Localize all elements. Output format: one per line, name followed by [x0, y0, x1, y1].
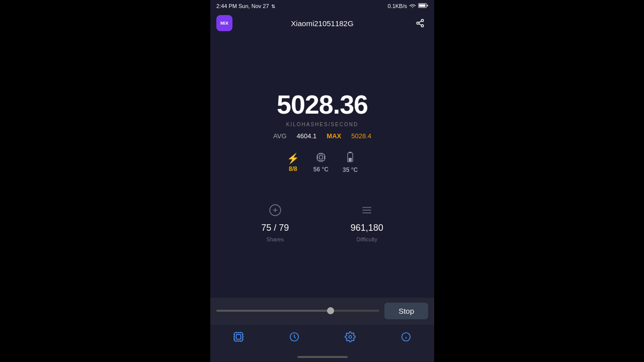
threads-stat: ⚡ 8/8 [287, 153, 299, 172]
avg-value: 4604.1 [297, 132, 317, 140]
shares-value: 75 / 79 [261, 223, 289, 233]
middle-stats: 75 / 79 Shares 961,180 Difficulty [220, 204, 424, 242]
svg-line-7 [419, 21, 421, 23]
difficulty-icon [360, 204, 373, 220]
shares-icon [269, 204, 282, 220]
time-display: 2:44 PM Sun, Nov 27 [216, 3, 269, 9]
bottom-controls: Stop [210, 298, 434, 324]
main-content: 5028.36 KILOHASHES/SECOND AVG 4604.1 MAX… [210, 34, 434, 298]
svg-rect-24 [349, 158, 352, 161]
shares-label: Shares [266, 236, 284, 242]
phone-frame: 2:44 PM Sun, Nov 27 ⇅ 0.1KB/s [210, 0, 434, 362]
stats-row: ⚡ 8/8 56 °C [287, 152, 358, 173]
battery-temp-icon [347, 152, 353, 164]
cpu-temp-stat: 56 °C [313, 152, 329, 173]
difficulty-value: 961,180 [351, 223, 383, 233]
nav-item-history[interactable] [281, 328, 308, 348]
max-label: MAX [327, 132, 341, 140]
max-value: 5028.4 [351, 132, 371, 140]
stop-button[interactable]: Stop [384, 303, 428, 319]
cpu-icon [316, 152, 326, 164]
avg-label: AVG [273, 132, 287, 140]
device-title: Xiaomi21051182G [291, 19, 353, 28]
avg-max-row: AVG 4604.1 MAX 5028.4 [273, 132, 371, 140]
app-icon-label: MiX [220, 21, 228, 26]
battery-temp-value: 35 °C [343, 166, 358, 173]
top-bar: MiX Xiaomi21051182G [210, 12, 434, 34]
status-bar: 2:44 PM Sun, Nov 27 ⇅ 0.1KB/s [210, 0, 434, 12]
network-speed: 0.1KB/s [387, 3, 407, 9]
svg-rect-32 [236, 334, 240, 339]
difficulty-stat: 961,180 Difficulty [351, 204, 383, 242]
slider-fill [216, 310, 331, 312]
wifi-icon [409, 3, 416, 9]
history-nav-icon [289, 331, 300, 345]
home-bar [297, 356, 348, 358]
nav-bar [210, 324, 434, 352]
svg-rect-8 [317, 154, 324, 160]
mining-slider-track[interactable] [216, 310, 379, 312]
svg-rect-31 [234, 333, 243, 341]
home-indicator [210, 352, 434, 362]
svg-point-46 [349, 335, 352, 338]
svg-point-4 [417, 22, 419, 25]
status-time: 2:44 PM Sun, Nov 27 ⇅ [216, 3, 275, 9]
threads-value: 8/8 [289, 165, 297, 172]
left-spacer [0, 0, 210, 362]
right-spacer [434, 0, 644, 362]
difficulty-label: Difficulty [357, 236, 377, 242]
status-indicators: 0.1KB/s [387, 3, 428, 9]
battery-icon [418, 3, 428, 9]
shares-stat: 75 / 79 Shares [261, 204, 289, 242]
svg-point-3 [421, 20, 424, 22]
battery-temp-stat: 35 °C [343, 152, 358, 173]
nav-item-settings[interactable] [337, 328, 364, 348]
mining-nav-icon [233, 331, 244, 345]
info-nav-icon [400, 331, 412, 345]
svg-rect-9 [319, 156, 323, 159]
lightning-icon: ⚡ [287, 153, 299, 163]
nav-item-info[interactable] [392, 328, 420, 348]
cpu-temp-value: 56 °C [313, 166, 329, 173]
sync-icon: ⇅ [271, 4, 275, 9]
settings-nav-icon [345, 331, 356, 345]
share-button[interactable] [412, 15, 428, 31]
app-icon-button[interactable]: MiX [216, 15, 232, 31]
svg-line-6 [419, 24, 421, 25]
nav-item-mining[interactable] [225, 328, 252, 348]
hashrate-display: 5028.36 KILOHASHES/SECOND AVG 4604.1 MAX… [273, 89, 371, 140]
hashrate-unit: KILOHASHES/SECOND [273, 122, 371, 127]
svg-point-5 [421, 25, 424, 27]
svg-rect-2 [419, 5, 426, 7]
svg-rect-1 [427, 5, 428, 7]
slider-thumb [327, 307, 334, 314]
hashrate-value: 5028.36 [273, 89, 371, 120]
